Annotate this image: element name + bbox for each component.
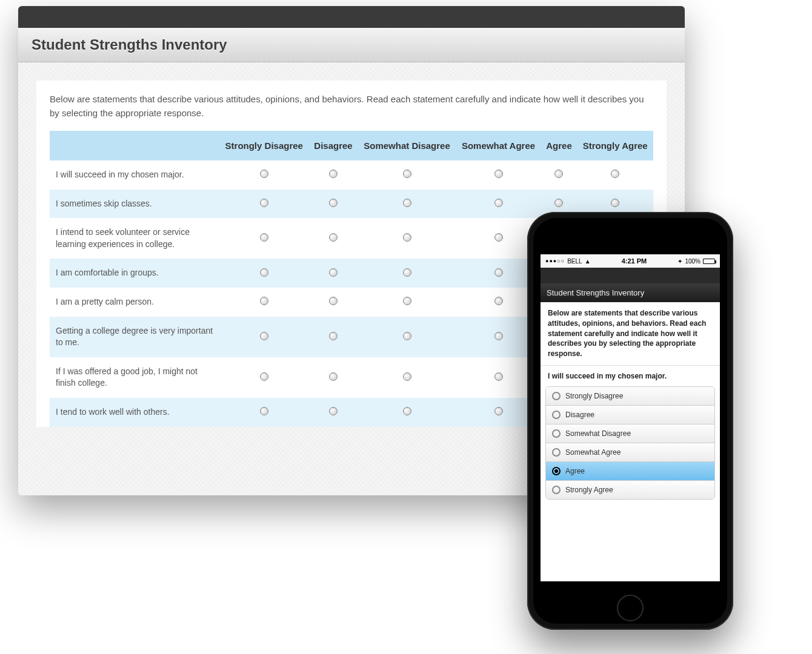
phone-content: Below are statements that describe vario… [541, 302, 720, 581]
radio-icon [552, 411, 561, 419]
radio-cell[interactable] [358, 357, 456, 398]
table-row: I will succeed in my chosen major. [50, 160, 653, 190]
radio-icon [494, 297, 503, 305]
phone-option[interactable]: Strongly Agree [546, 481, 714, 499]
radio-cell[interactable] [308, 288, 358, 317]
option-label: Disagree [565, 411, 594, 419]
statement-cell: If I was offered a good job, I might not… [50, 357, 219, 398]
radio-cell[interactable] [358, 317, 456, 357]
radio-icon [403, 268, 411, 277]
radio-icon [329, 199, 338, 207]
page-title: Student Strengths Inventory [32, 36, 671, 53]
radio-cell[interactable] [219, 317, 308, 357]
radio-cell[interactable] [308, 317, 358, 357]
phone-question: I will succeed in my chosen major. [541, 366, 720, 384]
phone-options-list: Strongly DisagreeDisagreeSomewhat Disagr… [545, 386, 715, 500]
radio-cell[interactable] [456, 160, 541, 190]
status-bar: ●●●○○ BELL ▲ 4:21 PM ✦ 100% [541, 254, 720, 268]
radio-icon [260, 199, 268, 207]
column-header: Strongly Agree [577, 131, 653, 160]
radio-icon [494, 407, 503, 415]
column-header: Disagree [308, 131, 358, 160]
radio-icon [554, 170, 563, 178]
radio-icon [552, 448, 561, 457]
radio-cell[interactable] [219, 190, 308, 219]
radio-icon [329, 332, 338, 340]
radio-icon [494, 199, 503, 207]
option-label: Strongly Agree [565, 486, 613, 494]
radio-icon [329, 297, 338, 305]
column-header: Agree [541, 131, 577, 160]
radio-cell[interactable] [358, 398, 456, 427]
radio-cell[interactable] [219, 218, 308, 259]
radio-icon [260, 407, 268, 415]
radio-cell[interactable] [219, 398, 308, 427]
option-label: Strongly Disagree [565, 392, 623, 400]
radio-cell[interactable] [541, 160, 577, 190]
radio-cell[interactable] [308, 398, 358, 427]
radio-cell[interactable] [219, 357, 308, 398]
radio-cell[interactable] [219, 160, 308, 190]
window-chrome-top [18, 6, 685, 28]
phone-instructions: Below are statements that describe vario… [541, 302, 720, 366]
radio-icon [403, 332, 411, 340]
radio-icon [552, 486, 561, 494]
statement-cell: I sometimes skip classes. [50, 190, 219, 219]
radio-cell[interactable] [358, 259, 456, 288]
radio-cell[interactable] [358, 288, 456, 317]
radio-cell[interactable] [308, 218, 358, 259]
phone-option[interactable]: Agree [546, 462, 714, 481]
radio-icon [260, 332, 268, 340]
instructions-text: Below are statements that describe vario… [36, 93, 667, 131]
column-header: Somewhat Disagree [358, 131, 456, 160]
radio-cell[interactable] [358, 190, 456, 219]
home-button[interactable] [617, 595, 644, 621]
radio-icon [403, 170, 411, 178]
radio-icon [260, 170, 268, 178]
bluetooth-icon: ✦ [677, 258, 682, 265]
radio-cell[interactable] [219, 288, 308, 317]
phone-option[interactable]: Strongly Disagree [546, 387, 714, 406]
carrier-label: BELL [567, 258, 582, 265]
radio-icon [552, 467, 561, 475]
radio-icon [403, 407, 411, 415]
radio-icon [403, 372, 411, 381]
status-time: 4:21 PM [622, 257, 647, 265]
radio-cell[interactable] [308, 160, 358, 190]
column-header: Strongly Disagree [219, 131, 308, 160]
radio-cell[interactable] [358, 160, 456, 190]
radio-icon [329, 407, 338, 415]
option-label: Somewhat Disagree [565, 429, 631, 438]
radio-icon [494, 170, 503, 178]
statement-cell: I tend to work well with others. [50, 398, 219, 427]
radio-icon [611, 170, 619, 178]
radio-icon [329, 268, 338, 277]
radio-icon [329, 170, 338, 178]
battery-icon [703, 259, 715, 264]
radio-icon [552, 429, 561, 438]
radio-cell[interactable] [308, 357, 358, 398]
statement-cell: I will succeed in my chosen major. [50, 160, 219, 190]
radio-icon [552, 392, 561, 400]
radio-cell[interactable] [219, 259, 308, 288]
radio-cell[interactable] [577, 160, 653, 190]
phone-title: Student Strengths Inventory [541, 283, 720, 302]
radio-icon [260, 372, 268, 381]
radio-icon [494, 332, 503, 340]
radio-icon [403, 233, 411, 242]
radio-cell[interactable] [456, 190, 541, 219]
phone-device: ●●●○○ BELL ▲ 4:21 PM ✦ 100% Student Stre… [527, 212, 733, 630]
statement-cell: I am comfortable in groups. [50, 259, 219, 288]
radio-cell[interactable] [308, 190, 358, 219]
phone-option[interactable]: Somewhat Agree [546, 443, 714, 462]
radio-icon [329, 372, 338, 381]
radio-cell[interactable] [308, 259, 358, 288]
column-header-statement [50, 131, 219, 160]
radio-cell[interactable] [358, 218, 456, 259]
statement-cell: Getting a college degree is very importa… [50, 317, 219, 357]
wifi-icon: ▲ [585, 258, 591, 265]
radio-icon [494, 268, 503, 277]
phone-option[interactable]: Disagree [546, 406, 714, 424]
phone-option[interactable]: Somewhat Disagree [546, 424, 714, 443]
radio-icon [403, 297, 411, 305]
